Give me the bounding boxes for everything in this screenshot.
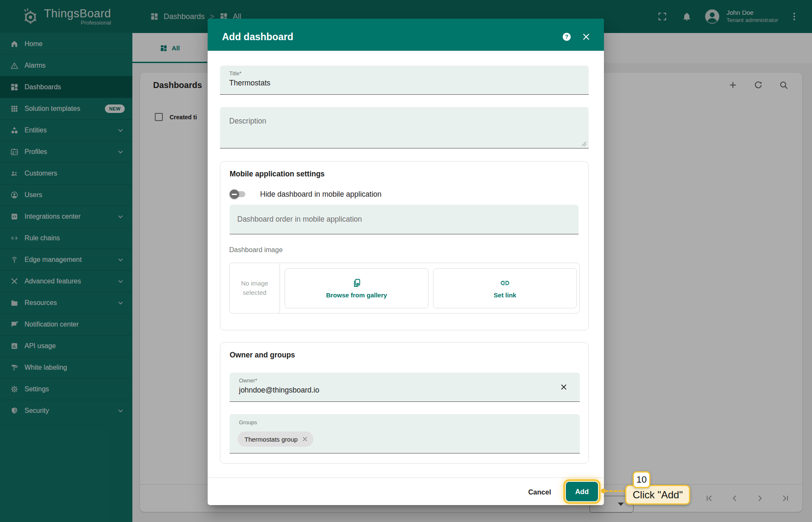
owner-groups-title: Owner and groups [230, 351, 295, 360]
add-button[interactable]: Add [566, 482, 598, 501]
group-chip-label: Thermostats group [244, 436, 298, 443]
remove-chip-icon[interactable] [302, 436, 308, 442]
dialog-title: Add dashboard [222, 31, 552, 43]
owner-field-label: Owner* [239, 377, 571, 384]
title-field-label: Title* [229, 70, 579, 77]
close-icon[interactable] [581, 32, 591, 42]
description-field-label: Description [229, 117, 579, 126]
toggle-knob [230, 190, 239, 199]
browse-from-gallery-button[interactable]: Browse from gallery [285, 268, 428, 308]
mobile-settings-title: Mobile application settings [230, 170, 325, 179]
hide-dashboard-toggle[interactable] [230, 189, 247, 199]
svg-text:?: ? [565, 33, 568, 40]
hide-dashboard-toggle-label: Hide dashboard in mobile application [260, 190, 381, 199]
annotation-connector-line [605, 490, 626, 492]
title-field-value: Thermostats [229, 79, 579, 88]
add-dashboard-dialog: Add dashboard ? Title* Thermostats Descr… [208, 19, 604, 505]
owner-groups-section: Owner and groups Owner* johndoe@thingsbo… [220, 342, 589, 464]
gallery-icon [351, 278, 362, 288]
no-image-placeholder: No image selected [230, 263, 280, 313]
clear-owner-icon[interactable] [559, 382, 569, 392]
resize-handle-icon[interactable] [582, 141, 587, 146]
groups-field-label: Groups [239, 419, 571, 426]
group-chip[interactable]: Thermostats group [238, 431, 313, 447]
owner-field[interactable]: Owner* johndoe@thingsboard.io [230, 373, 580, 402]
dialog-footer-divider [208, 478, 604, 478]
dashboard-order-input[interactable] [230, 205, 579, 234]
description-field[interactable]: Description [220, 107, 589, 148]
app-root: ThingsBoard Professional Home Alarms Das… [0, 0, 812, 522]
dialog-header: Add dashboard ? [208, 19, 604, 51]
link-icon [500, 278, 510, 288]
owner-field-value: johndoe@thingsboard.io [239, 386, 571, 395]
help-icon[interactable]: ? [562, 32, 572, 42]
set-link-button[interactable]: Set link [433, 268, 577, 308]
annotation-step-number: 10 [633, 471, 650, 488]
dashboard-image-picker: No image selected Browse from gallery Se… [229, 263, 580, 313]
dashboard-image-label: Dashboard image [229, 246, 283, 254]
mobile-settings-section: Mobile application settings Hide dashboa… [220, 161, 589, 330]
cancel-button[interactable]: Cancel [525, 484, 554, 500]
hide-dashboard-toggle-row: Hide dashboard in mobile application [230, 187, 381, 201]
title-field[interactable]: Title* Thermostats [220, 66, 589, 95]
groups-field[interactable]: Groups Thermostats group [230, 414, 580, 453]
